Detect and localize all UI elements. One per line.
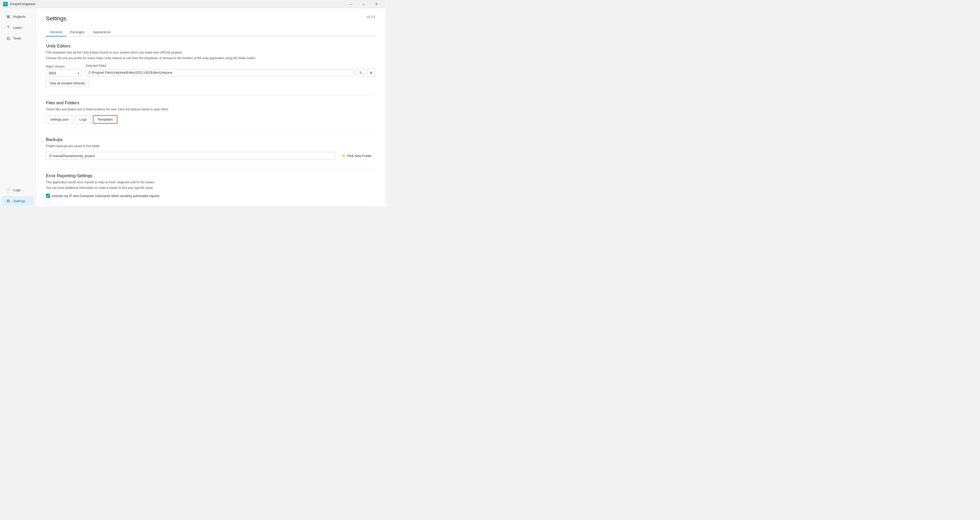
sidebar-item-tools[interactable]: ⊡ Tools	[2, 33, 34, 43]
files-folders-desc: These files and folders are in fixed loc…	[46, 107, 375, 112]
unity-editors-section: Unity Editors This dropdown lists all th…	[46, 44, 375, 87]
tab-general[interactable]: General	[46, 28, 66, 36]
selected-editor-group: Selected Editor C:\Program Files\Unity\H…	[86, 64, 375, 77]
files-folders-section: Files and Folders These files and folder…	[46, 100, 375, 124]
sidebar: ⊞ Projects ? Learn ⊡ Tools 📄 Logs ⚙ Sett…	[0, 8, 36, 206]
sidebar-item-learn[interactable]: ? Learn	[2, 23, 34, 32]
major-version-select[interactable]: 2022 2021 2019	[46, 69, 82, 77]
file-buttons-group: settings.json Logs Templates	[46, 115, 375, 124]
sidebar-label-settings: Settings	[13, 199, 25, 203]
divider-1	[46, 95, 375, 95]
projects-icon: ⊞	[6, 14, 11, 19]
app-icon: C	[3, 2, 8, 6]
error-reporting-section: Error Reporting Settings This applicatio…	[46, 173, 375, 198]
ip-username-checkbox[interactable]	[46, 194, 50, 198]
error-reporting-title: Error Reporting Settings	[46, 173, 375, 178]
refresh-button[interactable]: ↻	[357, 68, 365, 77]
logs-icon: 📄	[6, 188, 11, 192]
error-reporting-desc1: This application sends error reports to …	[46, 180, 375, 185]
view-all-versions-button[interactable]: View all installed Versions	[46, 80, 89, 87]
unity-editors-title: Unity Editors	[46, 44, 375, 49]
major-version-group: Major Version 2022 2021 2019 ▼	[46, 65, 82, 77]
learn-icon: ?	[6, 25, 11, 30]
divider-4	[46, 206, 375, 206]
unity-editors-desc1: This dropdown lists all the Unity Editor…	[46, 50, 375, 55]
sidebar-label-projects: Projects	[13, 15, 25, 19]
window-controls: — □ ✕	[345, 0, 382, 8]
editor-path-row: C:\Program Files\Unity\Hub\Editor\2022.3…	[86, 68, 375, 77]
logs-button[interactable]: Logs	[75, 115, 91, 124]
backups-section: Backups Project backups are saved to thi…	[46, 137, 375, 160]
maximize-button[interactable]: □	[358, 0, 369, 8]
tab-packages[interactable]: Packages	[66, 28, 89, 36]
app-title: CreatorCompanion	[10, 2, 35, 6]
sidebar-item-projects[interactable]: ⊞ Projects	[2, 12, 34, 22]
ip-username-checkbox-row: Include my IP and Computer Username when…	[46, 194, 375, 198]
unity-editors-desc2: Choose the one you prefer for every majo…	[46, 56, 375, 60]
page-title: Settings	[46, 15, 66, 22]
pick-folder-label: Pick New Folder	[347, 154, 372, 158]
titlebar: C CreatorCompanion — □ ✕	[0, 0, 385, 8]
minimize-button[interactable]: —	[345, 0, 357, 8]
backup-path-row: 📁 Pick New Folder	[46, 152, 375, 160]
tools-icon: ⊡	[6, 36, 11, 41]
settings-icon: ⚙	[6, 198, 11, 203]
folder-icon: 📁	[342, 154, 346, 158]
settings-tabs: General Packages Appearance	[46, 28, 375, 36]
add-editor-button[interactable]: ⊕	[367, 68, 375, 77]
divider-3	[46, 168, 375, 168]
sidebar-item-logs[interactable]: 📄 Logs	[2, 185, 34, 195]
files-folders-title: Files and Folders	[46, 100, 375, 106]
major-version-label: Major Version	[46, 65, 82, 68]
close-button[interactable]: ✕	[371, 0, 382, 8]
sidebar-label-logs: Logs	[13, 188, 21, 192]
templates-button[interactable]: Templates	[93, 115, 117, 124]
sidebar-label-learn: Learn	[13, 26, 22, 30]
app-body: ⊞ Projects ? Learn ⊡ Tools 📄 Logs ⚙ Sett…	[0, 8, 385, 206]
tab-appearance[interactable]: Appearance	[89, 28, 115, 36]
editor-path-select[interactable]: C:\Program Files\Unity\Hub\Editor\2022.3…	[86, 69, 355, 76]
sidebar-item-settings[interactable]: ⚙ Settings	[2, 196, 34, 206]
backups-desc: Project backups are saved to this folder…	[46, 144, 375, 148]
sidebar-label-tools: Tools	[13, 36, 21, 40]
pick-folder-button[interactable]: 📁 Pick New Folder	[338, 152, 375, 160]
main-content: Settings v2.2.5 General Packages Appeara…	[36, 8, 385, 206]
backups-title: Backups	[46, 137, 375, 142]
version-badge: v2.2.5	[367, 15, 375, 19]
unity-editor-form-row: Major Version 2022 2021 2019 ▼ Selected …	[46, 64, 375, 77]
settings-json-button[interactable]: settings.json	[46, 115, 73, 124]
page-header: Settings v2.2.5	[46, 15, 375, 22]
error-reporting-desc2: You can send additional information to m…	[46, 185, 375, 190]
backup-path-input[interactable]	[46, 152, 335, 160]
selected-editor-label: Selected Editor	[86, 64, 375, 68]
ip-username-checkbox-label: Include my IP and Computer Username when…	[52, 194, 159, 198]
major-version-select-wrapper: 2022 2021 2019 ▼	[46, 69, 82, 77]
